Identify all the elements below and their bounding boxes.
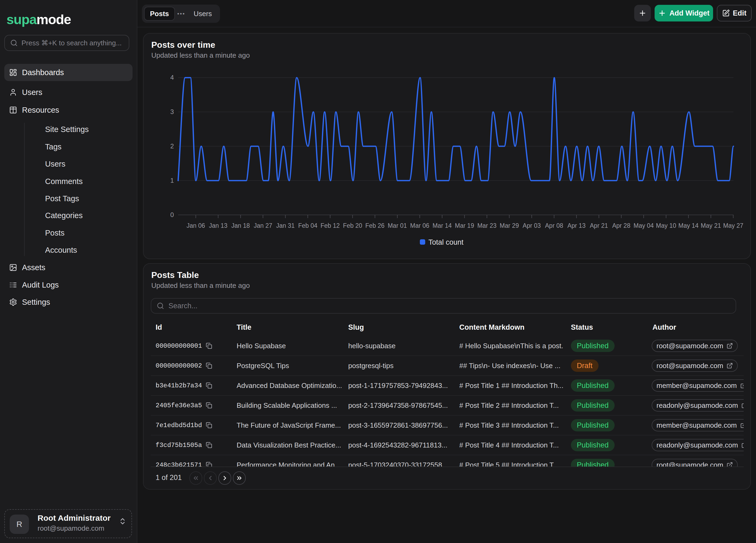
svg-text:Mar 01: Mar 01 [388, 222, 407, 229]
svg-text:Jan 18: Jan 18 [231, 222, 250, 229]
svg-text:Total count: Total count [428, 238, 464, 246]
svg-text:Mar 06: Mar 06 [410, 222, 430, 229]
svg-text:May 10: May 10 [656, 222, 676, 229]
svg-text:Apr 03: Apr 03 [523, 222, 541, 229]
svg-text:Feb 20: Feb 20 [343, 222, 362, 229]
svg-text:Apr 21: Apr 21 [590, 222, 608, 229]
svg-text:Mar 29: Mar 29 [500, 222, 519, 229]
svg-text:Jan 27: Jan 27 [254, 222, 272, 229]
svg-text:Feb 26: Feb 26 [365, 222, 385, 229]
svg-text:Apr 28: Apr 28 [612, 222, 630, 229]
svg-text:Feb 12: Feb 12 [321, 222, 340, 229]
svg-text:4: 4 [170, 74, 174, 81]
svg-text:0: 0 [170, 211, 174, 218]
svg-text:3: 3 [170, 108, 174, 115]
svg-text:May 14: May 14 [678, 222, 699, 229]
svg-text:Jan 31: Jan 31 [276, 222, 295, 229]
svg-text:2: 2 [170, 142, 174, 150]
svg-text:Feb 04: Feb 04 [298, 222, 317, 229]
svg-text:May 04: May 04 [633, 222, 654, 229]
svg-text:Mar 14: Mar 14 [432, 222, 452, 229]
svg-text:Jan 06: Jan 06 [186, 222, 205, 229]
svg-text:May 21: May 21 [701, 222, 721, 229]
svg-text:Mar 19: Mar 19 [455, 222, 474, 229]
svg-text:Mar 23: Mar 23 [477, 222, 497, 229]
svg-text:Apr 08: Apr 08 [545, 222, 563, 229]
svg-text:1: 1 [170, 177, 174, 184]
svg-text:Apr 13: Apr 13 [567, 222, 586, 229]
svg-text:May 27: May 27 [723, 222, 743, 229]
svg-text:Jan 13: Jan 13 [209, 222, 227, 229]
